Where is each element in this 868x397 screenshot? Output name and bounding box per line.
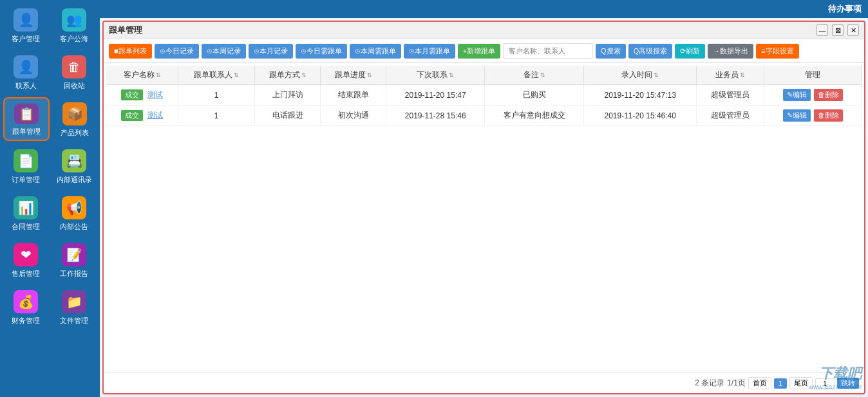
- delete-button-1[interactable]: 🗑删除: [814, 109, 843, 122]
- sidebar-label-finance-mgmt: 财务管理: [12, 316, 40, 326]
- sidebar-item-contract-mgmt[interactable]: 📊 合同管理: [3, 191, 48, 235]
- sidebar-label-recycle: 回收站: [64, 81, 85, 91]
- cell-follow-progress-1: 初次沟通: [321, 106, 386, 126]
- sidebar-item-customer-mgmt[interactable]: 👤 客户管理: [3, 3, 48, 47]
- close-button[interactable]: ✕: [847, 24, 859, 36]
- order-mgmt-icon: 📋: [14, 104, 39, 124]
- jump-button[interactable]: 跳转: [837, 378, 859, 389]
- sidebar-item-after-sales[interactable]: ❤ 售后管理: [3, 238, 48, 282]
- sidebar-item-finance-mgmt[interactable]: 💰 财务管理: [3, 285, 48, 329]
- sidebar-label-customer-mgmt: 客户管理: [12, 34, 40, 44]
- delete-button-0[interactable]: 🗑删除: [814, 89, 843, 101]
- col-follow-method: 跟单方式⇅: [254, 66, 320, 85]
- month-followup-button[interactable]: ⊙本月需跟单: [404, 44, 455, 59]
- sidebar: 👤 客户管理 👥 客户公海 👤 联系人 🗑 回收站 📋 跟单管理 📦 产品列表 …: [0, 0, 100, 397]
- search-input[interactable]: [503, 43, 593, 59]
- cell-follow-progress-0: 结束跟单: [321, 85, 386, 106]
- refresh-button[interactable]: ⟳刷新: [675, 44, 705, 59]
- main-area: 待办事项 跟单管理 — ⊠ ✕ ■跟单列表 ⊙今日记录 ⊙本周记录 ⊙本月记录 …: [100, 0, 868, 397]
- sidebar-item-customer-public[interactable]: 👥 客户公海: [52, 3, 97, 47]
- table-header-row: 客户名称⇅ 跟单联系人⇅ 跟单方式⇅ 跟单进度⇅ 下次联系⇅ 备注⇅ 录入时间⇅…: [106, 66, 862, 85]
- cell-follow-method-0: 上门拜访: [254, 85, 320, 106]
- customer-mgmt-icon: 👤: [14, 8, 38, 32]
- col-salesperson: 业务员⇅: [697, 66, 764, 85]
- minimize-button[interactable]: —: [816, 24, 828, 36]
- sidebar-item-file-mgmt[interactable]: 📁 文件管理: [52, 285, 97, 329]
- table-container: 客户名称⇅ 跟单联系人⇅ 跟单方式⇅ 跟单进度⇅ 下次联系⇅ 备注⇅ 录入时间⇅…: [104, 63, 864, 373]
- col-customer-name: 客户名称⇅: [106, 66, 178, 85]
- edit-button-1[interactable]: ✎编辑: [783, 109, 811, 122]
- cell-salesperson-0: 超级管理员: [697, 85, 764, 106]
- contacts-icon: 👤: [14, 55, 38, 78]
- recycle-icon: 🗑: [62, 55, 86, 78]
- last-page-button[interactable]: 尾页: [789, 377, 813, 389]
- page-jump-input[interactable]: [815, 378, 835, 389]
- file-mgmt-icon: 📁: [62, 290, 86, 313]
- cell-salesperson-1: 超级管理员: [697, 106, 764, 126]
- sidebar-label-file-mgmt: 文件管理: [60, 316, 88, 326]
- customer-name-link-1[interactable]: 测试: [147, 111, 163, 120]
- month-record-button[interactable]: ⊙本月记录: [249, 44, 293, 59]
- sidebar-item-bill-mgmt[interactable]: 📄 订单管理: [3, 144, 48, 188]
- sidebar-row-3: 📋 跟单管理 📦 产品列表: [3, 97, 97, 141]
- col-entry-time: 录入时间⇅: [584, 66, 697, 85]
- today-followup-button[interactable]: ⊙今日需跟单: [296, 44, 347, 59]
- maximize-button[interactable]: ⊠: [832, 24, 844, 36]
- product-list-icon: 📦: [62, 102, 87, 125]
- total-records: 2 条记录: [695, 378, 724, 389]
- sidebar-item-recycle[interactable]: 🗑 回收站: [52, 50, 97, 94]
- current-page-button[interactable]: 1: [774, 378, 787, 389]
- field-settings-button[interactable]: ≡字段设置: [756, 44, 798, 59]
- cell-next-contact-0: 2019-11-20 15:47: [386, 85, 484, 106]
- export-button[interactable]: →数据导出: [708, 44, 753, 59]
- edit-button-0[interactable]: ✎编辑: [783, 89, 811, 101]
- sidebar-row-2: 👤 联系人 🗑 回收站: [3, 50, 97, 94]
- sidebar-item-internal-notice[interactable]: 📢 内部公告: [52, 191, 97, 235]
- contract-mgmt-icon: 📊: [14, 196, 38, 219]
- today-record-button[interactable]: ⊙今日记录: [155, 44, 199, 59]
- cell-follow-method-1: 电话跟进: [254, 106, 320, 126]
- pagination: 2 条记录 1/1页 首页 1 尾页 跳转: [104, 373, 864, 393]
- cell-entry-time-0: 2019-11-20 15:47:13: [584, 85, 697, 106]
- sidebar-label-internal-msg: 内部通讯录: [57, 175, 92, 185]
- sidebar-label-order-mgmt: 跟单管理: [12, 127, 41, 136]
- sidebar-item-order-mgmt[interactable]: 📋 跟单管理: [3, 97, 50, 141]
- week-followup-button[interactable]: ⊙本周需跟单: [350, 44, 401, 59]
- cell-next-contact-1: 2019-11-28 15:46: [386, 106, 484, 126]
- finance-mgmt-icon: 💰: [14, 290, 38, 313]
- table-row: 成交 测试 1 上门拜访 结束跟单 2019-11-20 15:47 已购买 2…: [106, 85, 862, 106]
- window-controls: — ⊠ ✕: [816, 24, 859, 36]
- col-next-contact: 下次联系⇅: [386, 66, 484, 85]
- cell-remark-1: 客户有意向想成交: [484, 106, 583, 126]
- cell-follow-contact-1: 1: [178, 106, 255, 126]
- sidebar-label-product-list: 产品列表: [61, 128, 89, 138]
- sidebar-row-1: 👤 客户管理 👥 客户公海: [3, 3, 97, 47]
- work-report-icon: 📝: [62, 243, 86, 266]
- status-badge-1: 成交: [121, 110, 143, 121]
- cell-entry-time-1: 2019-11-20 15:46:40: [584, 106, 697, 126]
- internal-msg-icon: 📇: [62, 149, 86, 172]
- sidebar-row-7: 💰 财务管理 📁 文件管理: [3, 285, 97, 329]
- advanced-search-button[interactable]: Q高级搜索: [628, 44, 673, 59]
- cell-customer-name-0: 成交 测试: [106, 85, 178, 106]
- sidebar-item-contacts[interactable]: 👤 联系人: [3, 50, 48, 94]
- search-button[interactable]: Q搜索: [596, 44, 626, 59]
- cell-follow-contact-0: 1: [178, 85, 255, 106]
- sidebar-item-work-report[interactable]: 📝 工作报告: [52, 238, 97, 282]
- new-follow-button[interactable]: +新增跟单: [458, 44, 500, 59]
- cell-customer-name-1: 成交 测试: [106, 106, 178, 126]
- sidebar-label-after-sales: 售后管理: [12, 269, 40, 279]
- follow-list-button[interactable]: ■跟单列表: [109, 44, 152, 59]
- first-page-button[interactable]: 首页: [748, 377, 771, 389]
- table-row: 成交 测试 1 电话跟进 初次沟通 2019-11-28 15:46 客户有意向…: [106, 106, 862, 126]
- col-follow-progress: 跟单进度⇅: [321, 66, 386, 85]
- follow-table: 客户名称⇅ 跟单联系人⇅ 跟单方式⇅ 跟单进度⇅ 下次联系⇅ 备注⇅ 录入时间⇅…: [106, 66, 862, 126]
- col-remark: 备注⇅: [484, 66, 583, 85]
- sidebar-item-product-list[interactable]: 📦 产品列表: [53, 97, 97, 141]
- sidebar-row-5: 📊 合同管理 📢 内部公告: [3, 191, 97, 235]
- sidebar-item-internal-msg[interactable]: 📇 内部通讯录: [52, 144, 97, 188]
- week-record-button[interactable]: ⊙本周记录: [202, 44, 246, 59]
- customer-name-link-0[interactable]: 测试: [147, 90, 163, 99]
- sidebar-row-4: 📄 订单管理 📇 内部通讯录: [3, 144, 97, 188]
- cell-manage-0: ✎编辑 🗑删除: [764, 85, 862, 106]
